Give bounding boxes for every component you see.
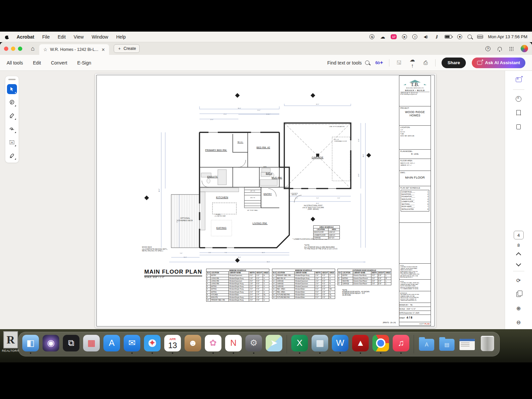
play-icon[interactable]: ▶ (402, 34, 407, 39)
volume-icon[interactable]: ◀)) (423, 34, 428, 40)
save-icon[interactable]: 🖫 (395, 60, 403, 66)
plan-dimension-label: 15'-8" (358, 139, 359, 142)
menu-file[interactable]: File (42, 34, 50, 40)
next-page-button[interactable] (516, 261, 521, 267)
dock-siri-icon[interactable]: ◉ (42, 335, 60, 354)
all-tools-menu[interactable]: All tools (7, 60, 23, 66)
star-icon[interactable]: ☆ (43, 47, 48, 52)
dock-mission-control-icon[interactable]: ⧉ (63, 335, 80, 354)
dock-settings-icon[interactable]: ⚙ (245, 335, 262, 354)
account-avatar[interactable] (521, 45, 528, 52)
table-cell: 6'-0" (256, 282, 263, 285)
minimize-window-button[interactable] (11, 47, 15, 51)
page-thumbnails-icon[interactable] (514, 122, 523, 131)
ai-assistant-panel-icon[interactable] (514, 75, 523, 84)
spotlight-search-icon[interactable] (467, 35, 472, 39)
dock-applications-folder-icon[interactable]: A (418, 335, 435, 353)
news-app-glyph: N (225, 335, 242, 351)
dock-word-icon[interactable]: W (332, 335, 349, 354)
menu-window[interactable]: Window (92, 34, 108, 40)
highlight-tool[interactable] (7, 111, 17, 121)
apps-grid-icon[interactable] (509, 47, 513, 51)
draw-tool[interactable] (7, 124, 17, 134)
dock-safari-icon[interactable]: ✦ (144, 335, 161, 354)
battery-icon[interactable] (445, 35, 452, 39)
plan-dimension-label: 17'-6" (177, 219, 178, 223)
cloud-icon[interactable]: ☁ (380, 34, 385, 40)
ai-reading-glasses-icon[interactable]: 6ὸ✦ (375, 60, 383, 65)
text-select-tool[interactable]: A (7, 137, 17, 147)
print-icon[interactable]: ⎙ (422, 60, 429, 66)
rail-drag-handle[interactable] (8, 79, 16, 80)
user-account-icon[interactable]: ☻ (457, 34, 462, 39)
dock-documents-folder-icon[interactable]: ▤ (438, 335, 456, 353)
bookmarks-panel-icon[interactable] (514, 108, 523, 117)
notifications-bell-icon[interactable] (498, 47, 502, 51)
menu-edit[interactable]: Edit (58, 34, 66, 40)
dock-maps-icon[interactable]: ➤ (265, 335, 283, 354)
home-icon[interactable]: ⌂ (31, 45, 35, 52)
plan-dimension-label: 4'-6" (208, 252, 211, 253)
safari-app-glyph: ✦ (144, 335, 161, 351)
dock-contacts-icon[interactable]: ☻ (184, 335, 201, 354)
table-cell: B (338, 277, 342, 280)
ask-ai-assistant-button[interactable]: Ask AI Assistant (472, 58, 525, 68)
grammarly-icon[interactable]: G (369, 34, 374, 39)
upload-cloud-icon[interactable]: ☁↑ (409, 57, 416, 69)
table-cell: L (385, 274, 391, 277)
bluetooth-icon[interactable]: ᛒ (434, 34, 439, 40)
dock-chrome-icon[interactable] (372, 335, 389, 354)
comments-panel-icon[interactable] (514, 94, 523, 103)
dock-app-store-icon[interactable]: A (103, 335, 120, 354)
help-icon[interactable]: ? (485, 46, 490, 51)
fit-page-icon[interactable] (514, 290, 523, 299)
menubar-app-name[interactable]: Acrobat (17, 34, 34, 40)
convert-menu[interactable]: Convert (51, 60, 67, 66)
notification-badge-icon[interactable]: 17 (391, 34, 397, 39)
apple-menu-icon[interactable] (5, 35, 9, 39)
table-cell: U (263, 288, 269, 291)
dock-photos-icon[interactable]: ✿ (204, 335, 222, 354)
current-page-input[interactable]: 4 (514, 231, 524, 239)
dock-minimized-window-icon[interactable] (459, 336, 476, 352)
dock-finder-icon[interactable]: ◧ (22, 335, 39, 354)
dock-acrobat-icon[interactable]: ▲ (352, 335, 369, 354)
menubar-clock[interactable]: Mon Apr 13 7:56 PM (488, 34, 527, 39)
zoom-in-icon[interactable]: ⊕ (514, 304, 523, 313)
table-cell: 2'-6" (322, 291, 329, 293)
create-button[interactable]: ＋ Create (114, 44, 140, 53)
close-window-button[interactable] (4, 47, 8, 51)
share-button[interactable]: Share (442, 58, 466, 68)
document-tab[interactable]: ☆ W.R. Homes - 1242 Bi-L... ✕ (39, 44, 109, 55)
dock-news-icon[interactable]: N (225, 335, 242, 354)
dock-calendar-icon[interactable]: APR13 (164, 335, 181, 354)
dock-preview-icon[interactable]: ▦ (311, 335, 329, 354)
zoom-out-icon[interactable]: ⊖ (514, 318, 523, 327)
table-row: CMUD RM.Exterior Door\Panel2'-8"6'-8"L (338, 280, 391, 282)
dock-trash-icon[interactable] (479, 335, 496, 353)
alert-icon[interactable]: ! (412, 34, 417, 39)
select-tool[interactable] (7, 84, 17, 94)
dock-music-icon[interactable]: ♫ (392, 335, 410, 354)
rotate-page-icon[interactable]: ⟳ (514, 276, 523, 285)
zoom-window-button[interactable] (18, 47, 22, 51)
company-tagline: DESIGN • BUILD (400, 89, 430, 91)
table-cell: NN (329, 288, 335, 291)
control-center-icon[interactable] (477, 35, 482, 39)
esign-menu[interactable]: E-Sign (77, 60, 91, 66)
table-cell: Window\Casement (295, 285, 315, 288)
comment-tool[interactable] (7, 97, 17, 107)
previous-page-button[interactable] (516, 252, 521, 258)
fill-sign-tool[interactable] (7, 151, 17, 161)
dock-mail-icon[interactable]: ✉ (123, 335, 141, 354)
dock-launchpad-icon[interactable]: ▦ (83, 335, 100, 354)
applications-folder-app-glyph: A (419, 339, 434, 351)
close-tab-icon[interactable]: ✕ (101, 47, 105, 52)
table-cell: 2'-0" (315, 285, 322, 288)
menu-help[interactable]: Help (116, 34, 126, 40)
edit-menu[interactable]: Edit (33, 60, 41, 66)
find-text-control[interactable]: Find text or tools (327, 60, 369, 66)
menu-view[interactable]: View (74, 34, 84, 40)
table-cell: EATING (342, 277, 353, 280)
dock-excel-icon[interactable]: X (291, 335, 308, 354)
